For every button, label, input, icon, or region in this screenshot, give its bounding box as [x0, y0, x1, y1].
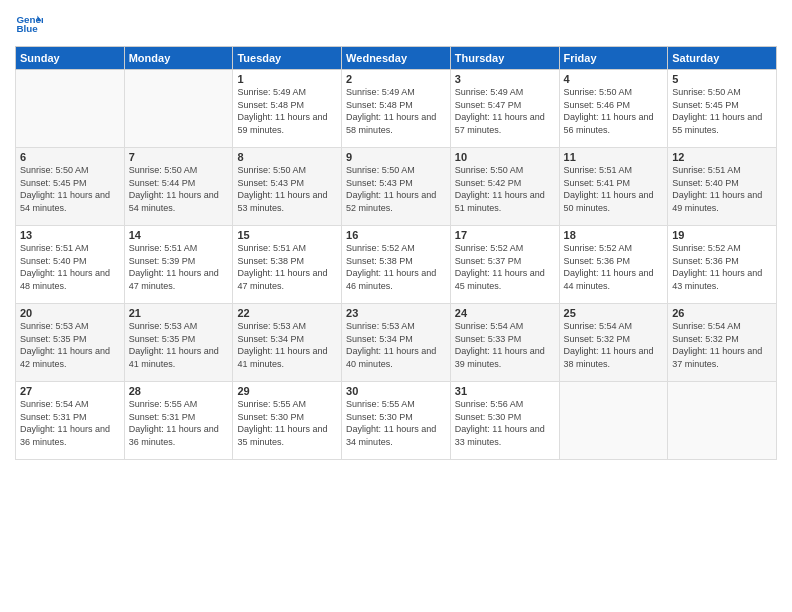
day-info: Sunrise: 5:51 AMSunset: 5:40 PMDaylight:… [20, 242, 120, 292]
day-number: 22 [237, 307, 337, 319]
day-number: 14 [129, 229, 229, 241]
day-number: 8 [237, 151, 337, 163]
svg-text:Blue: Blue [16, 23, 38, 34]
day-info: Sunrise: 5:51 AMSunset: 5:39 PMDaylight:… [129, 242, 229, 292]
day-number: 17 [455, 229, 555, 241]
day-number: 4 [564, 73, 664, 85]
day-number: 29 [237, 385, 337, 397]
header-wednesday: Wednesday [342, 47, 451, 70]
day-number: 2 [346, 73, 446, 85]
day-info: Sunrise: 5:55 AMSunset: 5:30 PMDaylight:… [237, 398, 337, 448]
day-number: 10 [455, 151, 555, 163]
week-row-2: 6Sunrise: 5:50 AMSunset: 5:45 PMDaylight… [16, 148, 777, 226]
week-row-3: 13Sunrise: 5:51 AMSunset: 5:40 PMDayligh… [16, 226, 777, 304]
day-number: 20 [20, 307, 120, 319]
day-info: Sunrise: 5:55 AMSunset: 5:31 PMDaylight:… [129, 398, 229, 448]
day-info: Sunrise: 5:51 AMSunset: 5:38 PMDaylight:… [237, 242, 337, 292]
day-number: 15 [237, 229, 337, 241]
header-sunday: Sunday [16, 47, 125, 70]
day-cell: 4Sunrise: 5:50 AMSunset: 5:46 PMDaylight… [559, 70, 668, 148]
day-info: Sunrise: 5:51 AMSunset: 5:40 PMDaylight:… [672, 164, 772, 214]
header-monday: Monday [124, 47, 233, 70]
day-info: Sunrise: 5:53 AMSunset: 5:35 PMDaylight:… [20, 320, 120, 370]
day-info: Sunrise: 5:53 AMSunset: 5:34 PMDaylight:… [237, 320, 337, 370]
day-cell: 19Sunrise: 5:52 AMSunset: 5:36 PMDayligh… [668, 226, 777, 304]
day-info: Sunrise: 5:54 AMSunset: 5:31 PMDaylight:… [20, 398, 120, 448]
day-number: 12 [672, 151, 772, 163]
day-number: 23 [346, 307, 446, 319]
day-info: Sunrise: 5:50 AMSunset: 5:43 PMDaylight:… [237, 164, 337, 214]
day-cell: 2Sunrise: 5:49 AMSunset: 5:48 PMDaylight… [342, 70, 451, 148]
day-number: 13 [20, 229, 120, 241]
day-cell: 27Sunrise: 5:54 AMSunset: 5:31 PMDayligh… [16, 382, 125, 460]
day-cell: 10Sunrise: 5:50 AMSunset: 5:42 PMDayligh… [450, 148, 559, 226]
day-number: 26 [672, 307, 772, 319]
day-cell: 6Sunrise: 5:50 AMSunset: 5:45 PMDaylight… [16, 148, 125, 226]
day-cell [16, 70, 125, 148]
day-info: Sunrise: 5:53 AMSunset: 5:34 PMDaylight:… [346, 320, 446, 370]
day-number: 1 [237, 73, 337, 85]
day-info: Sunrise: 5:50 AMSunset: 5:45 PMDaylight:… [20, 164, 120, 214]
logo-icon: General Blue [15, 10, 43, 38]
day-number: 7 [129, 151, 229, 163]
day-cell: 9Sunrise: 5:50 AMSunset: 5:43 PMDaylight… [342, 148, 451, 226]
day-cell [668, 382, 777, 460]
day-info: Sunrise: 5:50 AMSunset: 5:42 PMDaylight:… [455, 164, 555, 214]
day-cell: 15Sunrise: 5:51 AMSunset: 5:38 PMDayligh… [233, 226, 342, 304]
day-cell: 23Sunrise: 5:53 AMSunset: 5:34 PMDayligh… [342, 304, 451, 382]
header-row: Sunday Monday Tuesday Wednesday Thursday… [16, 47, 777, 70]
day-info: Sunrise: 5:52 AMSunset: 5:36 PMDaylight:… [564, 242, 664, 292]
day-cell: 3Sunrise: 5:49 AMSunset: 5:47 PMDaylight… [450, 70, 559, 148]
day-info: Sunrise: 5:54 AMSunset: 5:32 PMDaylight:… [564, 320, 664, 370]
day-cell: 1Sunrise: 5:49 AMSunset: 5:48 PMDaylight… [233, 70, 342, 148]
day-cell: 22Sunrise: 5:53 AMSunset: 5:34 PMDayligh… [233, 304, 342, 382]
calendar-table: Sunday Monday Tuesday Wednesday Thursday… [15, 46, 777, 460]
day-number: 30 [346, 385, 446, 397]
day-number: 18 [564, 229, 664, 241]
logo: General Blue [15, 10, 47, 38]
day-cell: 25Sunrise: 5:54 AMSunset: 5:32 PMDayligh… [559, 304, 668, 382]
day-cell: 14Sunrise: 5:51 AMSunset: 5:39 PMDayligh… [124, 226, 233, 304]
day-info: Sunrise: 5:52 AMSunset: 5:38 PMDaylight:… [346, 242, 446, 292]
day-info: Sunrise: 5:50 AMSunset: 5:46 PMDaylight:… [564, 86, 664, 136]
day-info: Sunrise: 5:51 AMSunset: 5:41 PMDaylight:… [564, 164, 664, 214]
day-cell: 24Sunrise: 5:54 AMSunset: 5:33 PMDayligh… [450, 304, 559, 382]
day-number: 19 [672, 229, 772, 241]
day-info: Sunrise: 5:54 AMSunset: 5:32 PMDaylight:… [672, 320, 772, 370]
header: General Blue [15, 10, 777, 38]
day-info: Sunrise: 5:55 AMSunset: 5:30 PMDaylight:… [346, 398, 446, 448]
day-info: Sunrise: 5:52 AMSunset: 5:37 PMDaylight:… [455, 242, 555, 292]
header-saturday: Saturday [668, 47, 777, 70]
day-info: Sunrise: 5:50 AMSunset: 5:43 PMDaylight:… [346, 164, 446, 214]
day-number: 5 [672, 73, 772, 85]
day-info: Sunrise: 5:50 AMSunset: 5:44 PMDaylight:… [129, 164, 229, 214]
header-thursday: Thursday [450, 47, 559, 70]
day-number: 3 [455, 73, 555, 85]
day-info: Sunrise: 5:54 AMSunset: 5:33 PMDaylight:… [455, 320, 555, 370]
day-number: 31 [455, 385, 555, 397]
week-row-4: 20Sunrise: 5:53 AMSunset: 5:35 PMDayligh… [16, 304, 777, 382]
day-number: 21 [129, 307, 229, 319]
day-number: 28 [129, 385, 229, 397]
day-number: 25 [564, 307, 664, 319]
day-cell: 21Sunrise: 5:53 AMSunset: 5:35 PMDayligh… [124, 304, 233, 382]
day-cell: 18Sunrise: 5:52 AMSunset: 5:36 PMDayligh… [559, 226, 668, 304]
day-cell [124, 70, 233, 148]
day-number: 9 [346, 151, 446, 163]
day-cell: 20Sunrise: 5:53 AMSunset: 5:35 PMDayligh… [16, 304, 125, 382]
day-info: Sunrise: 5:53 AMSunset: 5:35 PMDaylight:… [129, 320, 229, 370]
day-cell: 26Sunrise: 5:54 AMSunset: 5:32 PMDayligh… [668, 304, 777, 382]
day-cell: 13Sunrise: 5:51 AMSunset: 5:40 PMDayligh… [16, 226, 125, 304]
week-row-1: 1Sunrise: 5:49 AMSunset: 5:48 PMDaylight… [16, 70, 777, 148]
day-info: Sunrise: 5:50 AMSunset: 5:45 PMDaylight:… [672, 86, 772, 136]
day-cell: 28Sunrise: 5:55 AMSunset: 5:31 PMDayligh… [124, 382, 233, 460]
day-cell: 7Sunrise: 5:50 AMSunset: 5:44 PMDaylight… [124, 148, 233, 226]
day-cell: 16Sunrise: 5:52 AMSunset: 5:38 PMDayligh… [342, 226, 451, 304]
day-info: Sunrise: 5:49 AMSunset: 5:48 PMDaylight:… [346, 86, 446, 136]
day-number: 16 [346, 229, 446, 241]
day-cell: 12Sunrise: 5:51 AMSunset: 5:40 PMDayligh… [668, 148, 777, 226]
day-cell: 30Sunrise: 5:55 AMSunset: 5:30 PMDayligh… [342, 382, 451, 460]
day-number: 27 [20, 385, 120, 397]
header-tuesday: Tuesday [233, 47, 342, 70]
day-number: 6 [20, 151, 120, 163]
